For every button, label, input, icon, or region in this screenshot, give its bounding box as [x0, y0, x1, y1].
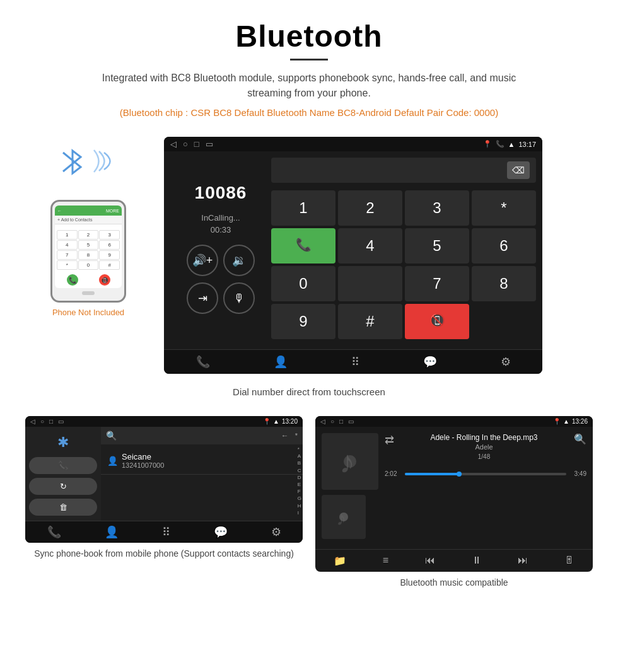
alpha-I[interactable]: I [298, 509, 301, 516]
phone-keys: 1 2 3 4 5 6 7 8 9 * 0 # [57, 230, 120, 270]
dial-caption: Dial number direct from touchscreen [0, 380, 618, 410]
key-5[interactable]: 5 [405, 228, 469, 264]
key-star[interactable]: * [472, 190, 536, 226]
pb-call-button[interactable]: 📞 [29, 457, 97, 474]
search-icon[interactable]: 🔍 [574, 433, 586, 445]
volume-up-button[interactable]: 🔊+ [187, 245, 218, 276]
key-3[interactable]: 3 [405, 190, 469, 226]
music-info-panel: ⇄ Adele - Rolling In the Deep.mp3 Adele … [385, 433, 586, 539]
home-icon[interactable]: ○ [183, 139, 188, 149]
pb-location-icon: 📍 [263, 418, 271, 425]
phone-key-2[interactable]: 2 [78, 230, 99, 240]
music-menu-icon[interactable]: ▭ [348, 418, 354, 425]
music-note-small-1: ♪ [333, 504, 355, 530]
pb-contacts-icon[interactable]: 👤 [105, 525, 119, 539]
phone-key-5[interactable]: 5 [78, 240, 99, 250]
contact-name: Seicane [122, 452, 164, 461]
key-8[interactable]: 8 [472, 266, 536, 301]
phone-home-button[interactable] [82, 291, 95, 295]
transfer-button[interactable]: ⇥ [187, 282, 218, 314]
phone-call-button[interactable]: 📞 [67, 274, 78, 286]
pb-bottom-bar: 📞 👤 ⠿ 💬 ⚙ [25, 521, 303, 543]
bottom-calls-icon[interactable]: 📞 [196, 355, 210, 369]
pb-bluetooth-icon: ✱ [29, 432, 97, 453]
phone-key-6[interactable]: 6 [99, 240, 120, 250]
phone-key-3[interactable]: 3 [99, 230, 120, 240]
volume-down-button[interactable]: 🔉 [223, 245, 255, 276]
bottom-contacts-icon[interactable]: 👤 [274, 355, 288, 369]
alpha-F[interactable]: F [298, 488, 301, 495]
next-icon[interactable]: ⏭ [518, 555, 528, 567]
music-time-total: 3:49 [569, 470, 586, 477]
progress-dot [457, 472, 462, 477]
key-9[interactable]: 9 [271, 304, 335, 339]
mute-button[interactable]: 🎙 [223, 282, 255, 314]
phone-key-hash[interactable]: # [99, 260, 120, 270]
dial-action-row2: ⇥ 🎙 [187, 282, 255, 314]
alpha-G[interactable]: G [298, 495, 301, 502]
bottom-dialpad-icon[interactable]: ⠿ [351, 355, 359, 369]
alpha-B[interactable]: B [298, 460, 301, 466]
playlist-icon[interactable]: ≡ [383, 555, 388, 567]
phone-key-0[interactable]: 0 [78, 260, 99, 270]
shuffle-icon[interactable]: ⇄ [385, 433, 394, 447]
album-small-arts: ♪ [322, 495, 378, 539]
pb-settings-icon[interactable]: ⚙ [271, 525, 281, 539]
music-recent-icon[interactable]: □ [339, 418, 343, 425]
prev-icon[interactable]: ⏮ [425, 555, 435, 567]
pb-delete-button[interactable]: 🗑 [29, 499, 97, 516]
progress-bar-fill [405, 473, 462, 475]
phone-key-9[interactable]: 9 [99, 250, 120, 260]
alpha-A[interactable]: A [298, 453, 301, 460]
key-6[interactable]: 6 [472, 228, 536, 264]
pb-recent-icon[interactable]: □ [49, 418, 53, 425]
music-back-icon[interactable]: ◁ [320, 418, 325, 425]
phone-key-4[interactable]: 4 [57, 240, 78, 250]
phone-add-contact: + Add to Contacts [55, 216, 122, 224]
play-pause-icon[interactable]: ⏸ [472, 555, 482, 567]
phone-key-7[interactable]: 7 [57, 250, 78, 260]
alpha-star[interactable]: * [298, 446, 301, 453]
backspace-button[interactable]: ⌫ [507, 161, 530, 179]
key-7[interactable]: 7 [405, 266, 469, 301]
alpha-C[interactable]: C [298, 467, 301, 474]
dial-timer: 00:33 [211, 225, 231, 235]
key-end-call[interactable]: 📵 [405, 304, 469, 339]
pb-calls-icon[interactable]: 📞 [47, 525, 61, 539]
phone-key-1[interactable]: 1 [57, 230, 78, 240]
pb-clear-icon[interactable]: ← [281, 431, 289, 440]
pb-menu-icon[interactable]: ▭ [58, 418, 64, 425]
music-title-area: Adele - Rolling In the Deep.mp3 Adele 1/… [430, 433, 537, 465]
phone-not-included-label: Phone Not Included [52, 308, 124, 317]
music-statusbar: ◁ ○ □ ▭ 📍 ▲ 13:26 [315, 416, 593, 427]
pb-back-icon[interactable]: ◁ [30, 418, 35, 425]
folder-icon[interactable]: 📁 [334, 555, 346, 567]
recent-icon[interactable]: □ [194, 139, 199, 149]
pb-dialpad-icon[interactable]: ⠿ [162, 525, 170, 539]
key-hash[interactable]: # [338, 304, 402, 339]
pb-contact-item[interactable]: 👤 Seicane 13241007000 [101, 447, 303, 475]
menu-icon[interactable]: ▭ [206, 139, 213, 149]
key-0[interactable]: 0 [271, 266, 335, 301]
progress-bar[interactable] [405, 473, 566, 475]
phone-end-button[interactable]: 📵 [99, 274, 110, 286]
music-home-icon[interactable]: ○ [330, 418, 334, 425]
bottom-messages-icon[interactable]: 💬 [423, 355, 437, 369]
phone-back-icon: ← [57, 209, 62, 213]
phone-key-star[interactable]: * [57, 260, 78, 270]
back-icon[interactable]: ◁ [170, 139, 177, 149]
key-2[interactable]: 2 [338, 190, 402, 226]
bottom-screenshots: ◁ ○ □ ▭ 📍 ▲ 13:20 ✱ 📞 ↻ 🗑 [0, 410, 618, 596]
key-4[interactable]: 4 [338, 228, 402, 264]
alpha-D[interactable]: D [298, 474, 301, 481]
pb-sync-button[interactable]: ↻ [29, 478, 97, 495]
equalizer-icon[interactable]: 🎚 [564, 555, 574, 567]
alpha-E[interactable]: E [298, 481, 301, 488]
key-call[interactable]: 📞 [271, 228, 335, 264]
bottom-settings-icon[interactable]: ⚙ [501, 355, 511, 369]
alpha-H[interactable]: H [298, 502, 301, 509]
phone-key-8[interactable]: 8 [78, 250, 99, 260]
pb-messages-icon[interactable]: 💬 [214, 525, 228, 539]
key-1[interactable]: 1 [271, 190, 335, 226]
pb-home-icon[interactable]: ○ [40, 418, 44, 425]
